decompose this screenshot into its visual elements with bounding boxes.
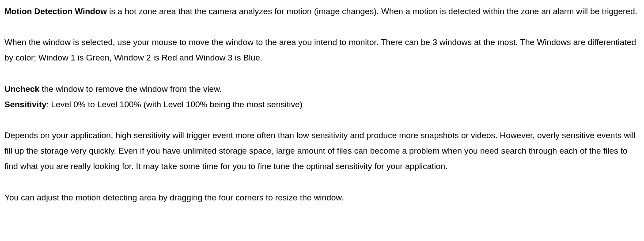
- text-body: Depends on your application, high sensit…: [4, 131, 636, 171]
- term-motion-detection-window: Motion Detection Window: [4, 7, 107, 16]
- term-uncheck: Uncheck: [4, 84, 39, 94]
- paragraph-adjust-area: You can adjust the motion detecting area…: [4, 190, 640, 205]
- text-body: the window to remove the window from the…: [39, 84, 222, 94]
- paragraph-motion-detection: Motion Detection Window is a hot zone ar…: [4, 4, 640, 19]
- text-body: When the window is selected, use your mo…: [4, 38, 636, 62]
- paragraph-sensitivity-explanation: Depends on your application, high sensit…: [4, 128, 640, 174]
- text-body: You can adjust the motion detecting area…: [4, 193, 344, 202]
- text-body: : Level 0% to Level 100% (with Level 100…: [46, 100, 303, 109]
- line-sensitivity: Sensitivity: Level 0% to Level 100% (wit…: [4, 97, 640, 112]
- paragraph-uncheck-sensitivity: Uncheck the window to remove the window …: [4, 81, 640, 112]
- paragraph-window-selection: When the window is selected, use your mo…: [4, 34, 640, 65]
- term-sensitivity: Sensitivity: [4, 100, 46, 109]
- text-body: is a hot zone area that the camera analy…: [107, 7, 637, 16]
- line-uncheck: Uncheck the window to remove the window …: [4, 81, 640, 97]
